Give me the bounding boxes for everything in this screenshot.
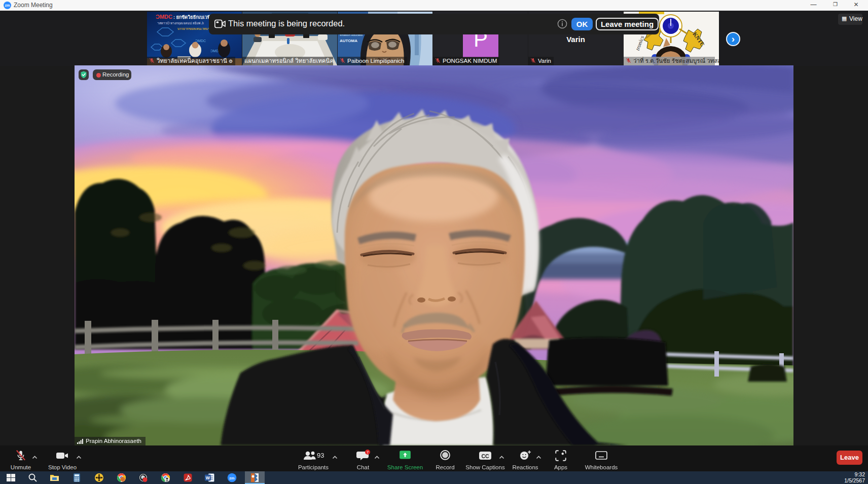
- svg-text:: ยกขีดวิธธีกเบเวพี: : ยกขีดวิธธีกเบเวพี: [173, 15, 210, 20]
- svg-text:AUTOMA: AUTOMA: [340, 39, 357, 43]
- svg-text:ƆMDC: ƆMDC: [195, 39, 206, 43]
- svg-text:W: W: [206, 475, 210, 480]
- svg-text:zm: zm: [229, 476, 235, 480]
- svg-text:ƆMDC: ƆMDC: [156, 14, 172, 20]
- svg-text:CC: CC: [481, 453, 489, 459]
- svg-text:7: 7: [367, 450, 369, 455]
- svg-text:93: 93: [317, 452, 324, 459]
- svg-text:าสทาวΟ ทางกฤดเจคมป สอิงพ่ Jı: าสทาวΟ ทางกฤดเจคมป สอิงพ่ Jı: [157, 21, 204, 25]
